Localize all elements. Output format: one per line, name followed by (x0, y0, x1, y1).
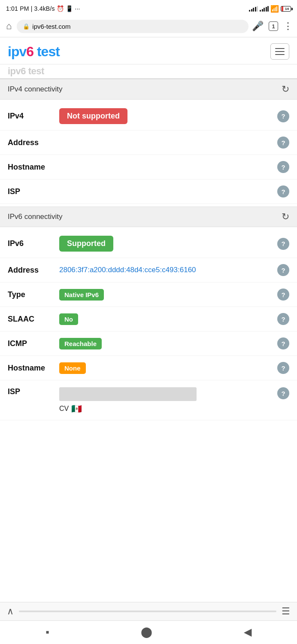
slaac-badge: No (59, 313, 78, 325)
bottom-bar: ∧ ☰ ▪ ⬤ ◀ (0, 602, 297, 644)
android-home-button[interactable]: ⬤ (132, 624, 161, 640)
ipv6-info-section: IPv6 Supported ? Address 2806:3f7:a200:d… (0, 227, 297, 423)
table-row: ISP CV 🇲🇽 ? (0, 380, 297, 420)
logo-6: 6 (26, 44, 33, 59)
android-nav-bar: ▪ ⬤ ◀ (0, 620, 297, 644)
ipv4-section-title: IPv4 connectivity (8, 85, 63, 94)
ipv4-isp-help-button[interactable]: ? (277, 185, 289, 197)
ipv6-type-help-button[interactable]: ? (277, 289, 289, 301)
table-row: IPv4 Not supported ? (0, 102, 297, 131)
bottom-toolbar: ∧ ☰ (0, 602, 297, 620)
android-back-button[interactable]: ◀ (235, 624, 260, 640)
table-row: Address 2806:3f7:a200:dddd:48d4:cce5:c49… (0, 258, 297, 283)
ipv4-hostname-help-button[interactable]: ? (277, 161, 289, 173)
ipv6-type-value: Native IPv6 (59, 289, 273, 301)
tab-count[interactable]: 1 (269, 21, 278, 31)
ipv6-isp-label: ISP (8, 387, 55, 396)
signal-icon (249, 6, 258, 12)
isp-cv-text: CV (59, 405, 69, 413)
ipv6-section-title: IPv6 connectivity (8, 213, 63, 221)
supported-badge: Supported (59, 236, 113, 252)
ipv6-label: IPv6 (8, 239, 55, 248)
ipv4-address-label: Address (8, 138, 55, 147)
ipv4-help-button[interactable]: ? (277, 110, 289, 122)
ipv4-isp-label: ISP (8, 187, 55, 196)
browser-nav-icons: 🎤 1 ⋮ (252, 21, 293, 32)
ipv4-address-help-button[interactable]: ? (277, 137, 289, 149)
status-time-network: 1:01 PM | 3.4kB/s ⏰ 📱 ··· (6, 5, 80, 12)
site-header: ipv6 test (0, 37, 297, 64)
microphone-icon[interactable]: 🎤 (252, 21, 264, 32)
logo-test: test (33, 44, 60, 59)
none-badge: None (59, 362, 86, 374)
ipv6-hostname-value: None (59, 362, 273, 374)
wifi-icon: 📶 (270, 5, 279, 13)
table-row: Type Native IPv6 ? (0, 283, 297, 307)
table-row: ISP ? (0, 179, 297, 204)
ipv6-address-help-button[interactable]: ? (277, 264, 289, 276)
progress-bar (19, 611, 276, 612)
android-square-button[interactable]: ▪ (37, 624, 58, 640)
address-bar[interactable]: 🔒 ipv6-test.com (17, 20, 249, 33)
more-menu-icon[interactable]: ⋮ (283, 21, 293, 32)
ipv4-label: IPv4 (8, 112, 55, 121)
reachable-badge: Reachable (59, 338, 102, 349)
ipv6-isp-value: CV 🇲🇽 (59, 387, 273, 414)
table-row: SLAAC No ? (0, 307, 297, 331)
hamburger-line (275, 54, 285, 55)
ipv6-value: Supported (59, 236, 273, 252)
ipv6-address-value: 2806:3f7:a200:dddd:48d4:cce5:c493:6160 (59, 265, 273, 275)
lock-icon: 🔒 (23, 23, 30, 30)
table-row: Hostname None ? (0, 356, 297, 380)
slaac-help-button[interactable]: ? (277, 313, 289, 325)
icmp-label: ICMP (8, 339, 55, 348)
slaac-label: SLAAC (8, 315, 55, 324)
status-icons: 📶 14 (249, 5, 291, 13)
ipv6-refresh-icon[interactable]: ↻ (282, 211, 289, 222)
isp-cv-row: CV 🇲🇽 (59, 404, 273, 414)
ipv4-value: Not supported (59, 108, 273, 124)
ipv6-section-header: IPv6 connectivity ↻ (0, 207, 297, 227)
table-row: Hostname ? (0, 155, 297, 179)
list-view-button[interactable]: ☰ (282, 606, 290, 617)
isp-blurred-text (59, 387, 197, 401)
ipv6-hostname-help-button[interactable]: ? (277, 362, 289, 374)
native-ipv6-badge: Native IPv6 (59, 289, 104, 301)
browser-nav: ⌂ 🔒 ipv6-test.com 🎤 1 ⋮ (4, 19, 293, 33)
battery-icon: 14 (281, 6, 291, 12)
url-text: ipv6-test.com (32, 23, 70, 30)
ipv6-isp-help-button[interactable]: ? (277, 387, 289, 399)
table-row: IPv6 Supported ? (0, 230, 297, 258)
icmp-value: Reachable (59, 338, 273, 349)
ipv6-address-text: 2806:3f7:a200:dddd:48d4:cce5:c493:6160 (59, 266, 196, 274)
hamburger-line (275, 48, 285, 49)
ipv6-type-label: Type (8, 290, 55, 299)
ipv4-info-section: IPv4 Not supported ? Address ? Hostname … (0, 100, 297, 207)
icmp-help-button[interactable]: ? (277, 337, 289, 349)
hamburger-menu-button[interactable] (270, 43, 289, 60)
browser-chrome: ⌂ 🔒 ipv6-test.com 🎤 1 ⋮ (0, 16, 297, 37)
table-row: Address ? (0, 131, 297, 155)
site-logo: ipv6 test (8, 44, 60, 60)
table-row: ICMP Reachable ? (0, 331, 297, 356)
home-button[interactable]: ⌂ (4, 19, 13, 33)
ipv4-refresh-icon[interactable]: ↻ (282, 84, 289, 95)
status-bar: 1:01 PM | 3.4kB/s ⏰ 📱 ··· 📶 14 (0, 0, 297, 16)
ipv6-help-button[interactable]: ? (277, 238, 289, 250)
ipv6-hostname-label: Hostname (8, 364, 55, 373)
ipv4-section-header: IPv4 connectivity ↻ (0, 79, 297, 100)
not-supported-badge: Not supported (59, 108, 127, 124)
ipv6-address-label: Address (8, 266, 55, 275)
logo-peek: ipv6 test (0, 64, 297, 79)
slaac-value: No (59, 313, 273, 325)
signal-icon-2 (260, 6, 269, 12)
logo-ipv: ipv (8, 44, 26, 59)
mexico-flag-icon: 🇲🇽 (71, 404, 82, 414)
chevron-up-button[interactable]: ∧ (7, 606, 14, 617)
hamburger-line (275, 51, 285, 52)
ipv4-hostname-label: Hostname (8, 163, 55, 172)
